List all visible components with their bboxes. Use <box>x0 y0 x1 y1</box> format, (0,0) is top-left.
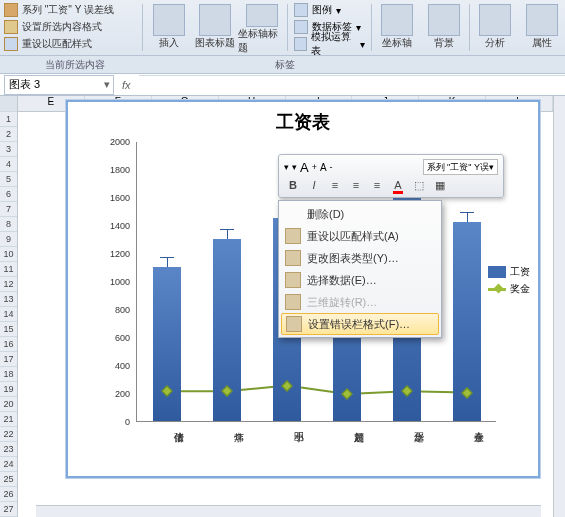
chart-title[interactable]: 工资表 <box>68 102 538 138</box>
row-header[interactable]: 14 <box>0 307 17 322</box>
legend-item-bonus[interactable]: 奖金 <box>488 282 530 296</box>
error-bar-cap[interactable] <box>220 229 234 230</box>
format-selection-label: 设置所选内容格式 <box>22 20 102 34</box>
align3-button[interactable]: ≡ <box>368 177 386 193</box>
category-label: 王小明 <box>277 424 305 464</box>
legend-item-salary[interactable]: 工资 <box>488 265 530 279</box>
row-header[interactable]: 24 <box>0 457 17 472</box>
reset-style-label: 重设以匹配样式 <box>22 37 92 51</box>
name-box-value: 图表 3 <box>9 77 40 92</box>
font-color-button[interactable]: A <box>389 177 407 193</box>
y-axis: 0200400600800100012001400160018002000 <box>96 142 134 422</box>
row-header[interactable]: 19 <box>0 382 17 397</box>
properties-button[interactable]: 属性 <box>519 0 565 55</box>
row-header[interactable]: 10 <box>0 247 17 262</box>
align2-button[interactable]: ≡ <box>347 177 365 193</box>
reset-icon <box>4 37 18 51</box>
bold-button[interactable]: B <box>284 177 302 193</box>
row-header[interactable]: 26 <box>0 487 17 502</box>
row-header[interactable]: 18 <box>0 367 17 382</box>
chart-title-button[interactable]: 图表标题 <box>192 0 238 55</box>
legend-swatch-bar <box>488 266 506 278</box>
fx-label: fx <box>114 79 139 91</box>
y-tick-label: 400 <box>115 361 130 371</box>
row-header[interactable]: 6 <box>0 187 17 202</box>
y-tick-label: 1800 <box>110 165 130 175</box>
bar[interactable] <box>153 267 181 421</box>
formula-bar: 图表 3 ▾ fx <box>0 74 565 96</box>
y-tick-label: 1600 <box>110 193 130 203</box>
vertical-scrollbar[interactable] <box>553 96 565 517</box>
row-header[interactable]: 1 <box>0 112 17 127</box>
row-header[interactable]: 3 <box>0 142 17 157</box>
y-tick-label: 800 <box>115 305 130 315</box>
error-bar-cap[interactable] <box>460 212 474 213</box>
menu-item-icon <box>285 228 301 244</box>
context-menu-item[interactable]: 选择数据(E)… <box>281 269 439 291</box>
legend[interactable]: 工资 奖金 <box>488 262 530 299</box>
context-menu-item[interactable]: 重设以匹配样式(A) <box>281 225 439 247</box>
row-header[interactable]: 20 <box>0 397 17 412</box>
row-header[interactable]: 7 <box>0 202 17 217</box>
axis-title-button[interactable]: 坐标轴标题 <box>238 0 284 55</box>
row-header[interactable]: 17 <box>0 352 17 367</box>
menu-item-label: 选择数据(E)… <box>307 273 377 288</box>
axes-button[interactable]: 坐标轴 <box>374 0 420 55</box>
mini-series-box[interactable]: 系列 "工资" Y误 ▾ <box>423 159 498 175</box>
y-tick-label: 1200 <box>110 249 130 259</box>
row-header[interactable]: 15 <box>0 322 17 337</box>
category-label: 金永春 <box>457 424 485 464</box>
context-menu-item[interactable]: 三维旋转(R)… <box>281 291 439 313</box>
formula-input[interactable] <box>139 75 565 95</box>
italic-button[interactable]: I <box>305 177 323 193</box>
name-box[interactable]: 图表 3 ▾ <box>4 75 114 95</box>
row-header[interactable]: 25 <box>0 472 17 487</box>
ribbon-group-labels: 当前所选内容 标签 <box>0 56 565 74</box>
y-tick-label: 200 <box>115 389 130 399</box>
series-icon <box>4 3 18 17</box>
menu-item-label: 更改图表类型(Y)… <box>307 251 399 266</box>
context-menu-item[interactable]: 设置错误栏格式(F)… <box>281 313 439 335</box>
selection-dropdown[interactable]: 系列 "工资" Y 误差线 <box>4 2 136 18</box>
context-menu-item[interactable]: 更改图表类型(Y)… <box>281 247 439 269</box>
row-header[interactable]: 5 <box>0 172 17 187</box>
row-header[interactable]: 9 <box>0 232 17 247</box>
reset-style-button[interactable]: 重设以匹配样式 <box>4 36 136 52</box>
legend-button[interactable]: 图例 ▾ <box>294 2 366 18</box>
row-header[interactable]: 8 <box>0 217 17 232</box>
row-header[interactable]: 13 <box>0 292 17 307</box>
row-header[interactable]: 2 <box>0 127 17 142</box>
ribbon-current-selection-group: 系列 "工资" Y 误差线 设置所选内容格式 重设以匹配样式 <box>0 0 140 55</box>
row-header[interactable]: 11 <box>0 262 17 277</box>
format-selection-button[interactable]: 设置所选内容格式 <box>4 19 136 35</box>
name-box-dropdown-icon[interactable]: ▾ <box>101 78 113 91</box>
insert-button[interactable]: 插入 <box>145 0 191 55</box>
horizontal-scrollbar[interactable] <box>36 505 541 517</box>
y-tick-label: 0 <box>125 417 130 427</box>
row-header[interactable]: 22 <box>0 427 17 442</box>
row-header[interactable]: 4 <box>0 157 17 172</box>
mini-toolbar: ▾ ▾ A+ A- 系列 "工资" Y误 ▾ B I ≡ ≡ ≡ A ⬚ ▦ <box>278 154 504 198</box>
border-button[interactable]: ▦ <box>431 177 449 193</box>
row-header[interactable]: 16 <box>0 337 17 352</box>
menu-item-icon <box>286 316 302 332</box>
selection-label: 系列 "工资" Y 误差线 <box>22 3 114 17</box>
data-table-button[interactable]: 模拟运算表 ▾ <box>294 36 366 52</box>
row-header[interactable]: 23 <box>0 442 17 457</box>
ribbon: 系列 "工资" Y 误差线 设置所选内容格式 重设以匹配样式 插入 图表标题 坐… <box>0 0 565 56</box>
y-tick-label: 1000 <box>110 277 130 287</box>
menu-item-label: 删除(D) <box>307 207 344 222</box>
analysis-button[interactable]: 分析 <box>472 0 518 55</box>
row-header[interactable]: 12 <box>0 277 17 292</box>
ribbon-labels-group: 插入 图表标题 坐标轴标题 图例 ▾ 数据标签 ▾ 模拟运算表 ▾ 坐标轴 背景… <box>145 0 565 55</box>
grid-body[interactable]: 工资表 020040060080010001200140016001800200… <box>18 96 553 517</box>
row-header[interactable]: 21 <box>0 412 17 427</box>
context-menu-item[interactable]: 删除(D) <box>281 203 439 225</box>
fill-button[interactable]: ⬚ <box>410 177 428 193</box>
legend-swatch-line <box>488 288 506 291</box>
align-button[interactable]: ≡ <box>326 177 344 193</box>
row-header[interactable]: 27 <box>0 502 17 517</box>
background-button[interactable]: 背景 <box>421 0 467 55</box>
menu-item-label: 重设以匹配样式(A) <box>307 229 399 244</box>
error-bar-cap[interactable] <box>160 257 174 258</box>
